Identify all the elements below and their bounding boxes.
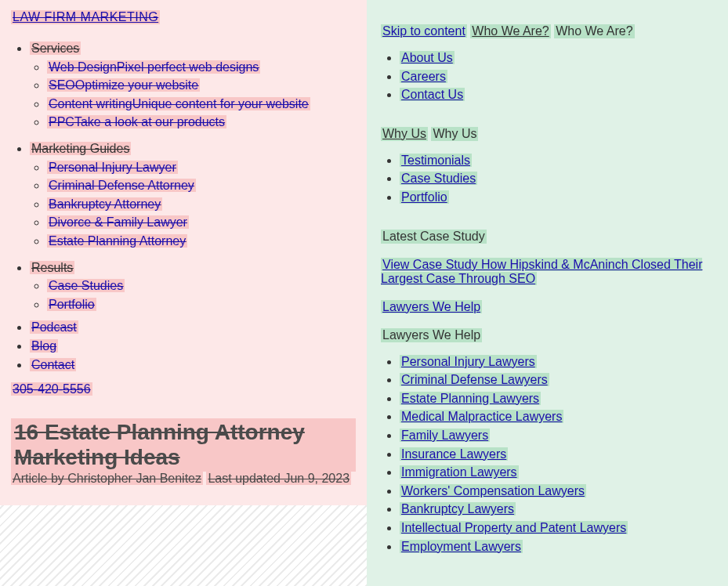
link-ip-patent-lawyers[interactable]: Intellectual Property and Patent Lawyers: [400, 521, 628, 534]
link-about-us[interactable]: About Us: [400, 51, 455, 64]
skip-to-content[interactable]: Skip to content: [381, 24, 467, 38]
nav-podcast[interactable]: Podcast: [30, 320, 78, 334]
link-medical-malpractice-lawyers[interactable]: Medical Malpractice Lawyers: [400, 410, 563, 423]
section-heading-why-us: Why Us: [431, 127, 478, 141]
section-link-lawyers[interactable]: Lawyers We Help: [381, 300, 482, 313]
link-insurance-lawyers[interactable]: Insurance Lawyers: [400, 447, 508, 461]
section-link-who-we-are[interactable]: Who We Are?: [470, 24, 550, 38]
link-workers-comp-lawyers[interactable]: Workers' Compensation Lawyers: [400, 484, 586, 497]
brand-link[interactable]: LAW FIRM MARKETING: [11, 10, 160, 24]
nav-ppc[interactable]: PPCTake a look at our products: [47, 115, 226, 128]
nav-portfolio[interactable]: Portfolio: [47, 298, 96, 311]
right-panel: Skip to content Who We Are? Who We Are? …: [367, 0, 728, 586]
latest-case-heading: Latest Case Study: [381, 230, 487, 244]
updated-line: Last updated Jun 9, 2023: [206, 472, 351, 485]
nav-content-writing[interactable]: Content writingUnique content for your w…: [47, 97, 310, 110]
nav-criminal-defense[interactable]: Criminal Defense Attorney: [47, 179, 196, 192]
nav-web-design[interactable]: Web DesignPixel perfect web designs: [47, 60, 260, 74]
nav-blog[interactable]: Blog: [30, 339, 58, 353]
nav-marketing-guides[interactable]: Marketing Guides: [30, 142, 131, 155]
link-testimonials[interactable]: Testimonials: [400, 154, 472, 167]
link-estate-planning-lawyers[interactable]: Estate Planning Lawyers: [400, 392, 541, 405]
nav-bankruptcy[interactable]: Bankruptcy Attorney: [47, 197, 162, 211]
link-portfolio[interactable]: Portfolio: [400, 190, 449, 204]
diff-hatch: [0, 505, 367, 586]
link-employment-lawyers[interactable]: Employment Lawyers: [400, 540, 523, 553]
nav-seo[interactable]: SEOOptimize your website: [47, 78, 200, 92]
link-case-studies[interactable]: Case Studies: [400, 172, 477, 185]
author-line: Article by Christopher Jan Benitez: [11, 472, 203, 485]
nav-estate-planning[interactable]: Estate Planning Attorney: [47, 234, 187, 248]
left-panel: LAW FIRM MARKETING Services Web DesignPi…: [0, 0, 367, 586]
nav-personal-injury[interactable]: Personal Injury Lawyer: [47, 161, 178, 174]
nav-services[interactable]: Services: [30, 42, 81, 55]
link-immigration-lawyers[interactable]: Immigration Lawyers: [400, 465, 519, 479]
phone-link[interactable]: 305-420-5556: [11, 382, 92, 396]
nav-results[interactable]: Results: [30, 261, 74, 274]
nav-divorce-family[interactable]: Divorce & Family Lawyer: [47, 215, 189, 229]
section-heading-who-we-are: Who We Are?: [554, 24, 634, 38]
link-criminal-defense-lawyers[interactable]: Criminal Defense Lawyers: [400, 373, 549, 386]
section-heading-lawyers: Lawyers We Help: [381, 328, 482, 342]
link-family-lawyers[interactable]: Family Lawyers: [400, 429, 490, 442]
section-link-why-us[interactable]: Why Us: [381, 127, 428, 141]
link-personal-injury-lawyers[interactable]: Personal Injury Lawyers: [400, 355, 537, 368]
nav-contact[interactable]: Contact: [30, 358, 76, 371]
nav-case-studies[interactable]: Case Studies: [47, 279, 125, 292]
primary-nav: Services Web DesignPixel perfect web des…: [11, 40, 356, 131]
link-careers[interactable]: Careers: [400, 70, 447, 83]
page-title: 16 Estate Planning Attorney Marketing Id…: [11, 418, 356, 472]
latest-case-link[interactable]: View Case Study How Hipskind & McAninch …: [381, 258, 702, 285]
link-bankruptcy-lawyers[interactable]: Bankruptcy Lawyers: [400, 502, 516, 515]
link-contact-us[interactable]: Contact Us: [400, 88, 465, 101]
